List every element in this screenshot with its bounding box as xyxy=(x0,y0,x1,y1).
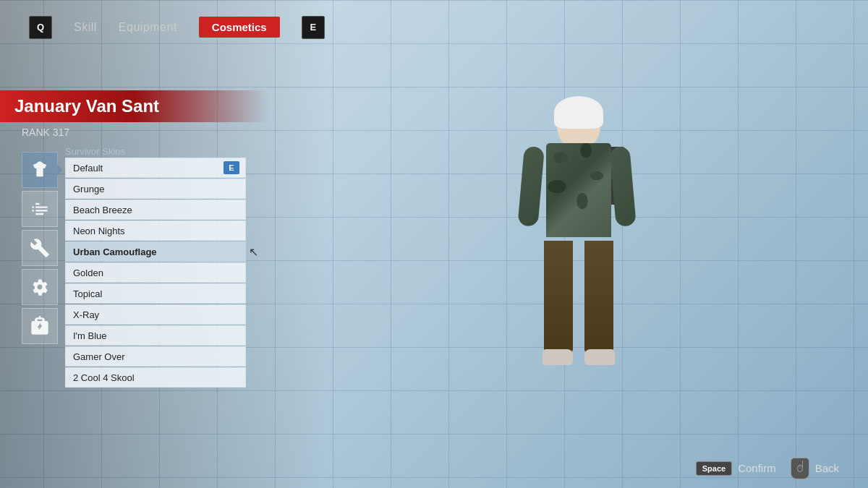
character-section: January Van Sant RANK 317 xyxy=(0,90,304,138)
skin-item-im-blue[interactable]: I'm Blue xyxy=(65,325,246,346)
skin-item-default[interactable]: Default E xyxy=(65,158,246,178)
character-rank: RANK 317 xyxy=(22,127,304,138)
skin-item-gamer-over[interactable]: Gamer Over xyxy=(65,346,246,367)
sidebar-icon-backpack[interactable] xyxy=(22,308,58,344)
char-shoe-left xyxy=(542,349,573,365)
weapon-icon xyxy=(30,199,50,219)
skin-item-urban-camouflage[interactable]: Urban Camouflage ↖ xyxy=(65,241,246,262)
mouse-icon xyxy=(797,462,803,475)
skin-item-text: Gamer Over xyxy=(73,351,125,362)
top-nav: Q Skill Equipment Cosmetics E xyxy=(0,0,868,54)
cursor-indicator: ↖ xyxy=(249,245,258,259)
tools-icon xyxy=(30,238,50,258)
char-shoe-right xyxy=(584,349,615,365)
char-leg-left xyxy=(544,241,573,353)
sidebar-icon-weapon[interactable] xyxy=(22,191,58,227)
sidebar-chevron xyxy=(57,164,63,176)
character-figure xyxy=(506,100,651,425)
cosmetics-nav-active[interactable]: Cosmetics xyxy=(199,17,280,38)
skins-section-label: Survivor Skins xyxy=(65,146,125,157)
skill-nav-label[interactable]: Skill xyxy=(74,21,97,34)
character-name-bar: January Van Sant xyxy=(0,90,268,122)
back-action[interactable]: Back xyxy=(791,458,839,479)
sidebar-icon-tools[interactable] xyxy=(22,230,58,266)
skin-item-2cool4skool[interactable]: 2 Cool 4 Skool xyxy=(65,367,246,388)
skin-item-beach-breeze[interactable]: Beach Breeze xyxy=(65,200,246,220)
confirm-label: Confirm xyxy=(738,462,776,474)
char-leg-right xyxy=(584,241,613,353)
skin-item-text: I'm Blue xyxy=(73,330,107,341)
skin-item-text: Golden xyxy=(73,267,103,278)
confirm-action[interactable]: Space Confirm xyxy=(696,461,776,476)
backpack-icon xyxy=(30,316,50,336)
e-key-button[interactable]: E xyxy=(302,16,325,39)
skin-item-neon-nights[interactable]: Neon Nights xyxy=(65,221,246,241)
character-model-area xyxy=(289,58,868,445)
skin-item-text: X-Ray xyxy=(73,309,99,320)
equipped-badge: E xyxy=(224,161,239,174)
sidebar-icon-outfit[interactable] xyxy=(22,152,58,188)
outfit-icon xyxy=(30,160,50,180)
skin-item-grunge[interactable]: Grunge xyxy=(65,179,246,199)
skin-item-golden[interactable]: Golden xyxy=(65,262,246,283)
char-body xyxy=(546,143,611,237)
sidebar-icon-gear[interactable] xyxy=(22,269,58,305)
mouse-button-icon xyxy=(791,458,809,479)
gear-icon xyxy=(30,277,50,297)
char-hair xyxy=(554,96,603,129)
char-arm-right xyxy=(609,145,636,226)
char-arm-left xyxy=(517,145,544,226)
skin-item-xray[interactable]: X-Ray xyxy=(65,304,246,325)
sidebar-icons xyxy=(22,152,58,344)
equipment-nav-label[interactable]: Equipment xyxy=(119,21,177,34)
skin-item-text: Default xyxy=(73,163,103,174)
skin-item-text: 2 Cool 4 Skool xyxy=(73,372,135,383)
skin-item-topical[interactable]: Topical xyxy=(65,283,246,304)
bottom-action-bar: Space Confirm Back xyxy=(0,448,868,488)
skin-item-text: Topical xyxy=(73,288,102,299)
skin-item-text: Urban Camouflage xyxy=(73,247,157,257)
skin-item-text: Neon Nights xyxy=(73,226,125,236)
character-name: January Van Sant xyxy=(14,96,253,116)
skin-item-text: Grunge xyxy=(73,184,104,194)
space-key: Space xyxy=(696,461,732,476)
skin-list: Default E Grunge Beach Breeze Neon Night… xyxy=(65,158,246,388)
skin-item-text: Beach Breeze xyxy=(73,205,132,215)
q-key-button[interactable]: Q xyxy=(29,16,52,39)
back-label: Back xyxy=(815,462,839,474)
